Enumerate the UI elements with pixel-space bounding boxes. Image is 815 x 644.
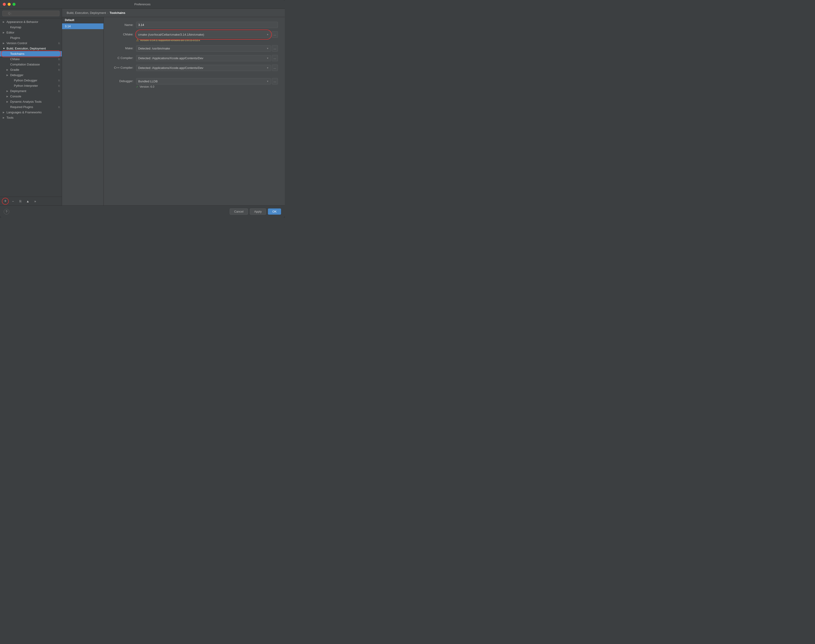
list-item-3.14[interactable]: 3.14: [62, 23, 103, 29]
copy-button[interactable]: ⎘: [17, 198, 24, 204]
arrow-icon: ▶: [6, 74, 10, 76]
cpp-compiler-dropdown[interactable]: Detected: /Applications/Xcode.app/Conten…: [136, 65, 271, 71]
copy-icon: ⎘: [56, 84, 60, 87]
make-label: Make:: [111, 45, 136, 50]
arrow-icon: ▼: [3, 47, 6, 50]
c-compiler-dropdown[interactable]: Detected: /Applications/Xcode.app/Conten…: [136, 55, 271, 61]
debugger-dropdown-arrow: ▼: [266, 80, 269, 83]
sidebar-item-label: Required Plugins: [10, 105, 56, 109]
more-button[interactable]: »: [32, 198, 38, 204]
question-icon: ?: [6, 210, 7, 213]
maximize-button[interactable]: [12, 3, 15, 6]
right-panel: Build, Execution, Deployment › Toolchain…: [62, 9, 285, 205]
close-button[interactable]: [3, 3, 6, 6]
breadcrumb: Build, Execution, Deployment › Toolchain…: [62, 9, 285, 17]
up-arrow-icon: ▲: [26, 199, 29, 203]
main-content: 🔍 ▶ Appearance & Behavior Keymap ▶: [0, 9, 285, 205]
sidebar-item-dynamic-analysis[interactable]: ▶ Dynamic Analysis Tools: [0, 99, 62, 104]
content-area: Default 3.14 Name: CMake:: [62, 17, 285, 205]
sidebar-item-debugger[interactable]: ▶ Debugger: [0, 72, 62, 78]
debugger-label: Debugger:: [111, 78, 136, 83]
more-icon: »: [34, 199, 36, 203]
name-row: Name:: [111, 22, 278, 28]
help-button[interactable]: ?: [4, 209, 9, 215]
sidebar-item-label: Version Control: [6, 41, 56, 45]
cpp-compiler-label: C++ Compiler:: [111, 64, 136, 69]
sidebar-item-python-interpreter[interactable]: Python Interpreter ⎘: [0, 83, 62, 88]
sidebar-item-plugins[interactable]: Plugins: [0, 35, 62, 40]
cmake-annotation: cmake (/usr/local/Cellar/cmake/3.14.1/bi…: [136, 31, 271, 38]
sidebar-item-appearance[interactable]: ▶ Appearance & Behavior: [0, 19, 62, 25]
arrow-icon: ▶: [6, 100, 10, 103]
name-input[interactable]: [136, 22, 278, 28]
arrow-icon: ▶: [3, 111, 6, 113]
c-compiler-label: C Compiler:: [111, 55, 136, 60]
list-panel: Default 3.14: [62, 17, 104, 205]
cpp-compiler-input-group: Detected: /Applications/Xcode.app/Conten…: [136, 64, 278, 71]
sidebar-item-label: Console: [10, 95, 60, 98]
make-browse-button[interactable]: …: [272, 45, 278, 52]
cmake-warning-row: ⚠ Version: 3.14.1; supported versions ar…: [136, 38, 278, 42]
copy-icon: ⎘: [56, 58, 60, 61]
arrow-icon: ▶: [3, 117, 6, 119]
name-field: [136, 22, 278, 28]
apply-button[interactable]: Apply: [250, 209, 266, 215]
arrow-icon: ▶: [3, 42, 6, 44]
sidebar-item-keymap[interactable]: Keymap: [0, 25, 62, 30]
sidebar-item-label: Dynamic Analysis Tools: [10, 100, 60, 103]
sidebar-item-python-debugger[interactable]: Python Debugger ⎘: [0, 78, 62, 83]
cmake-input-group: cmake (/usr/local/Cellar/cmake/3.14.1/bi…: [136, 31, 278, 38]
cmake-label: CMake:: [111, 31, 136, 36]
sidebar-item-tools[interactable]: ▶ Tools: [0, 115, 62, 120]
sidebar-item-compilation-db[interactable]: Compilation Database ⎘: [0, 62, 62, 67]
copy-icon: ⎘: [56, 42, 60, 44]
c-compiler-browse-button[interactable]: …: [272, 55, 278, 61]
c-compiler-value: Detected: /Applications/Xcode.app/Conten…: [138, 57, 266, 60]
cmake-row: CMake: cmake (/usr/local/Cellar/cmake/3.…: [111, 31, 278, 42]
sidebar-item-cmake[interactable]: CMake ⎘: [0, 57, 62, 62]
sidebar-item-label: Editor: [6, 31, 60, 34]
sidebar-item-label: Toolchains: [10, 52, 60, 55]
sidebar-item-deployment[interactable]: ▶ Deployment ⎘: [0, 88, 62, 94]
cmake-value: cmake (/usr/local/Cellar/cmake/3.14.1/bi…: [138, 33, 266, 36]
copy-icon: ⎘: [56, 63, 60, 66]
cmake-browse-button[interactable]: …: [272, 31, 278, 38]
add-button[interactable]: +: [2, 198, 9, 205]
sidebar-item-editor[interactable]: ▶ Editor: [0, 30, 62, 35]
bottom-bar: ? Cancel Apply OK: [0, 205, 285, 218]
debugger-field: Bundled LLDB ▼ … ✓ Version: 6.0: [136, 78, 278, 88]
cmake-dropdown[interactable]: cmake (/usr/local/Cellar/cmake/3.14.1/bi…: [136, 31, 271, 38]
copy-icon: ⎘: [20, 199, 21, 203]
arrow-icon: ▶: [6, 95, 10, 98]
debugger-dropdown[interactable]: Bundled LLDB ▼: [136, 78, 271, 84]
cpp-compiler-field: Detected: /Applications/Xcode.app/Conten…: [136, 64, 278, 71]
make-dropdown[interactable]: Detected: /usr/bin/make ▼: [136, 45, 271, 52]
sidebar-item-build-exec[interactable]: ▼ Build, Execution, Deployment: [0, 46, 62, 51]
titlebar: Preferences: [0, 0, 285, 9]
make-field: Detected: /usr/bin/make ▼ …: [136, 45, 278, 52]
sidebar-item-console[interactable]: ▶ Console: [0, 94, 62, 99]
cancel-button[interactable]: Cancel: [230, 209, 248, 215]
sidebar-item-toolchains[interactable]: Toolchains: [0, 51, 62, 57]
debugger-browse-button[interactable]: …: [272, 78, 278, 84]
sidebar-item-label: Appearance & Behavior: [6, 20, 60, 24]
remove-button[interactable]: −: [10, 198, 16, 204]
minimize-button[interactable]: [8, 3, 11, 6]
make-input-group: Detected: /usr/bin/make ▼ …: [136, 45, 278, 52]
sidebar-item-label: Python Interpreter: [14, 84, 56, 87]
sidebar-item-gradle[interactable]: ▶ Gradle ⎘: [0, 67, 62, 72]
c-compiler-dropdown-arrow: ▼: [266, 57, 269, 60]
sidebar-item-languages[interactable]: ▶ Languages & Frameworks: [0, 110, 62, 115]
cpp-compiler-browse-button[interactable]: …: [272, 64, 278, 71]
sidebar-item-required-plugins[interactable]: Required Plugins ⎘: [0, 104, 62, 110]
bottom-right: Cancel Apply OK: [230, 209, 281, 215]
sidebar-item-version-control[interactable]: ▶ Version Control ⎘: [0, 40, 62, 46]
make-row: Make: Detected: /usr/bin/make ▼ …: [111, 45, 278, 52]
search-input[interactable]: [2, 11, 60, 16]
bottom-left: ?: [4, 209, 9, 215]
move-up-button[interactable]: ▲: [25, 198, 31, 204]
ok-button[interactable]: OK: [268, 209, 281, 215]
sidebar-list: ▶ Appearance & Behavior Keymap ▶ Editor …: [0, 18, 62, 196]
debugger-version-row: ✓ Version: 6.0: [136, 85, 278, 88]
make-dropdown-arrow: ▼: [266, 47, 269, 50]
